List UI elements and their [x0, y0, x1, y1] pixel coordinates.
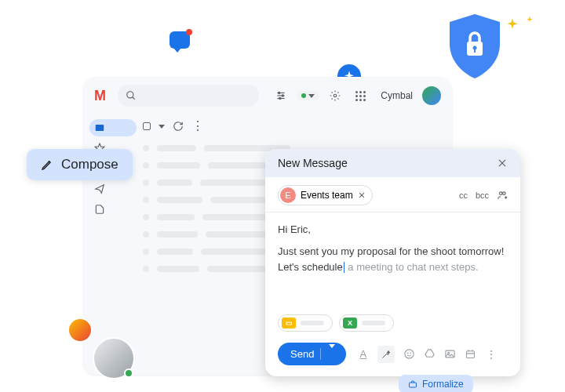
search-input[interactable] — [118, 85, 259, 107]
compose-window: New Message E Events team cc bcc Hi Eric… — [265, 149, 520, 376]
close-icon[interactable] — [497, 158, 508, 169]
send-options-dropdown[interactable] — [320, 348, 343, 360]
contact-avatar-2[interactable] — [93, 337, 135, 379]
chevron-down-icon — [329, 344, 335, 360]
briefcase-icon — [408, 379, 417, 389]
svg-rect-2 — [474, 49, 476, 53]
attachment-sheets[interactable]: X — [339, 314, 394, 332]
attach-drive-icon[interactable] — [424, 348, 436, 360]
contact-avatar-1[interactable] — [67, 318, 93, 343]
send-icon — [94, 183, 105, 194]
svg-point-11 — [334, 94, 337, 97]
compose-body[interactable]: Hi Eric, Just sent you my proposal for t… — [265, 212, 520, 310]
workspace-brand-label: Cymbal — [381, 90, 413, 101]
emoji-icon[interactable] — [403, 348, 415, 360]
recipient-avatar-icon: E — [280, 187, 296, 203]
inbox-icon — [94, 122, 105, 133]
svg-point-23 — [410, 353, 411, 354]
attachments-row: ▭ X — [265, 310, 520, 335]
search-icon — [126, 90, 137, 101]
status-indicator[interactable] — [297, 91, 319, 100]
refresh-icon[interactable] — [173, 121, 184, 132]
recipient-name: Events team — [301, 190, 353, 201]
chip-remove-icon[interactable] — [358, 191, 366, 199]
svg-rect-12 — [96, 125, 104, 131]
chevron-down-icon — [308, 94, 315, 98]
file-icon — [94, 204, 105, 215]
format-text-icon[interactable]: A — [357, 348, 369, 360]
status-active-dot-icon — [301, 93, 306, 98]
gmail-sidebar — [89, 114, 137, 278]
compose-footer: Send A ⋮ — [265, 335, 520, 376]
tune-icon[interactable] — [272, 86, 290, 105]
formalize-suggestion-button[interactable]: Formalize — [399, 375, 473, 392]
sidebar-item-sent[interactable] — [89, 180, 137, 198]
sidebar-item-inbox[interactable] — [89, 119, 137, 136]
svg-point-10 — [279, 97, 281, 99]
more-menu-icon[interactable]: ⋮ — [191, 122, 204, 130]
attachment-slides[interactable]: ▭ — [278, 314, 333, 332]
gear-icon[interactable] — [326, 86, 344, 105]
more-options-icon[interactable]: ⋮ — [485, 348, 497, 360]
body-line2: Let's schedule a meeting to chat next st… — [278, 260, 508, 275]
svg-point-8 — [279, 92, 280, 93]
list-toolbar: ⋮ — [137, 118, 446, 140]
svg-point-22 — [408, 353, 409, 354]
compose-button[interactable]: Compose — [27, 149, 133, 180]
sparkle-decoration-icon — [505, 17, 519, 34]
pencil-icon — [41, 158, 53, 171]
body-greeting: Hi Eric, — [278, 222, 508, 238]
bcc-button[interactable]: bcc — [476, 191, 489, 200]
recipient-chip[interactable]: E Events team — [278, 185, 373, 205]
compose-header: New Message — [265, 149, 520, 177]
sparkle-decoration-small-icon — [526, 13, 534, 27]
slides-icon: ▭ — [282, 318, 296, 328]
body-line1: Just sent you my proposal for the shoot … — [278, 244, 508, 260]
recipients-row[interactable]: E Events team cc bcc — [265, 177, 520, 212]
smart-compose-suggestion[interactable]: a meeting to chat next steps. — [345, 261, 479, 273]
select-dropdown-icon[interactable] — [159, 125, 165, 129]
compose-button-label: Compose — [61, 157, 118, 172]
schedule-icon[interactable] — [465, 348, 476, 360]
insert-image-icon[interactable] — [444, 348, 456, 360]
text-cursor-icon — [344, 262, 344, 273]
gmail-logo-icon: M — [94, 88, 105, 104]
gmail-header: M Cymbal — [83, 77, 452, 114]
compose-title: New Message — [278, 157, 348, 169]
svg-point-21 — [405, 350, 414, 358]
send-button[interactable]: Send — [278, 343, 346, 365]
apps-grid-icon[interactable] — [351, 86, 370, 105]
svg-point-20 — [503, 192, 506, 195]
sidebar-item-drafts[interactable] — [89, 201, 137, 218]
svg-rect-27 — [410, 383, 417, 387]
svg-point-19 — [500, 192, 503, 195]
sheets-icon: X — [343, 318, 357, 328]
chat-bubble-icon[interactable] — [170, 31, 190, 49]
account-avatar[interactable] — [422, 86, 441, 105]
svg-line-4 — [133, 97, 135, 100]
svg-point-3 — [127, 92, 133, 98]
svg-point-9 — [282, 95, 283, 96]
send-button-label: Send — [290, 348, 314, 360]
formalize-label: Formalize — [422, 379, 464, 390]
add-contacts-icon[interactable] — [497, 190, 508, 201]
svg-rect-26 — [467, 351, 475, 358]
help-me-write-icon[interactable] — [377, 346, 395, 363]
cc-button[interactable]: cc — [459, 191, 468, 200]
notification-dot-icon — [186, 29, 192, 35]
shield-lock-icon — [447, 14, 502, 78]
select-all-checkbox[interactable] — [143, 122, 151, 130]
presence-active-icon — [124, 368, 133, 378]
